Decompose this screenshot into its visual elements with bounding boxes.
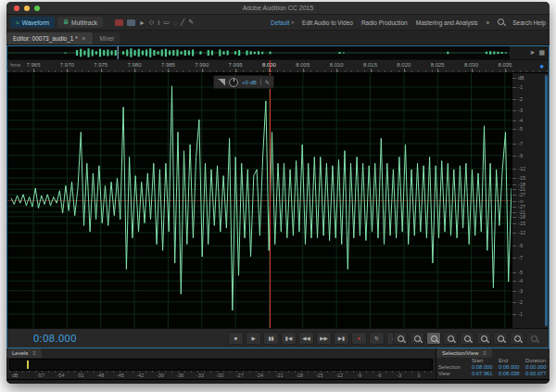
magnifier-icon: [431, 335, 437, 342]
amplitude-scale[interactable]: dB-1-1-2-2-3-3-4-4-5-5-7-7-9-9-12-12-15-…: [512, 73, 544, 328]
overview-waveform[interactable]: [7, 46, 510, 59]
workspace-overflow-button[interactable]: »: [486, 19, 490, 26]
mixer-tab[interactable]: Mixer: [94, 32, 121, 44]
zoom-in-amplitude-button[interactable]: [393, 332, 408, 345]
ruler-tick-7.975: 7.975: [87, 62, 115, 68]
editor-tab-label: Editor: 00073_audio_1 *: [13, 35, 78, 42]
db-label-top--15: -15: [518, 175, 525, 181]
meter-scale-label--12: -12: [335, 373, 343, 378]
waveform-view-label: Waveform: [22, 19, 49, 26]
lasso-selection-tool-button[interactable]: ◌: [173, 19, 177, 26]
rewind-button[interactable]: ◀◀: [298, 332, 314, 345]
db-tick-mark: [512, 99, 516, 100]
meter-scale-label--3: -3: [397, 373, 401, 378]
skip-to-end-button[interactable]: ▶▮: [334, 332, 349, 345]
workspace-item-radio-production[interactable]: Radio Production: [361, 19, 408, 26]
meter-scale-label--48: -48: [96, 373, 104, 378]
db-tick-mark: [512, 272, 516, 273]
view-end-value[interactable]: 0:08.038: [499, 371, 525, 377]
chevron-down-icon: ▾: [292, 19, 295, 25]
navigate-pointer-icon[interactable]: ➤: [530, 49, 536, 57]
search-icon[interactable]: [498, 19, 504, 26]
grid-settings-icon[interactable]: ▦: [538, 49, 545, 57]
fast-forward-button[interactable]: ▶▶: [316, 332, 332, 345]
meter-scale-label--30: -30: [216, 373, 223, 378]
level-meter-scale: dB-57-54-51-48-45-42-39-36-33-30-27-24-2…: [9, 371, 433, 379]
ruler-playhead-line[interactable]: [270, 60, 271, 72]
spectral-pitch-display-button[interactable]: [127, 19, 135, 26]
play-button[interactable]: ▶: [246, 332, 261, 345]
zoom-out-time-button[interactable]: [443, 332, 458, 345]
total-duration-info: 0:36.534: [474, 383, 496, 385]
db-tick-mark: [512, 314, 516, 315]
stop-button[interactable]: ■: [228, 332, 244, 345]
levels-menu-icon[interactable]: ≡: [32, 350, 36, 356]
time-selection-tool-button[interactable]: I: [158, 19, 159, 26]
record-button[interactable]: ●: [351, 332, 367, 345]
ruler-tick-8.025: 8.025: [423, 62, 451, 68]
editor-tab[interactable]: Editor: 00073_audio_1 * ≡: [6, 32, 93, 44]
ruler-tick-mark: [505, 69, 506, 72]
view-start-value[interactable]: 0:07.961: [472, 371, 499, 377]
selection-view-tab[interactable]: Selection/View ≡: [436, 348, 492, 358]
magnifier-icon: [464, 335, 471, 342]
marquee-selection-tool-button[interactable]: ▭: [163, 19, 170, 26]
volume-knob-icon[interactable]: [229, 78, 238, 87]
zoom-in-at-in-point-button[interactable]: [476, 332, 491, 345]
zoom-full-button[interactable]: [460, 332, 474, 345]
db-tick-mark: [512, 156, 516, 157]
ruler-tick-mark: [202, 69, 203, 72]
db-label-top--2: -2: [518, 96, 523, 102]
hud-edit-icon[interactable]: ✎: [260, 79, 270, 85]
hud-panel[interactable]: +0 dB ✎: [213, 75, 274, 89]
playhead-handle-icon[interactable]: ●: [539, 62, 544, 70]
selection-duration-value[interactable]: 0:00.000: [525, 364, 550, 371]
waveform-view-button[interactable]: ≈ Waveform: [10, 17, 55, 28]
overview-navigator[interactable]: ➤ ▦: [7, 46, 549, 59]
razor-tool-button[interactable]: ◇: [149, 19, 154, 26]
playhead-line[interactable]: [270, 73, 271, 328]
zoom-to-selection-button[interactable]: [510, 332, 524, 345]
timeline-ruler[interactable]: hms ● 7.9657.9707.9757.9807.9857.9907.99…: [7, 59, 549, 73]
vertical-scrollbar[interactable]: [544, 73, 549, 328]
skip-to-start-button[interactable]: ▮◀: [281, 332, 297, 345]
selection-view-menu-icon[interactable]: ≡: [483, 350, 486, 356]
zoom-in-at-out-point-button[interactable]: [493, 332, 508, 345]
zoom-out-amplitude-button[interactable]: [410, 332, 424, 345]
selection-end-value[interactable]: 0:08.000: [499, 364, 525, 371]
workspace-default-menu[interactable]: Default: [271, 19, 290, 26]
view-duration-value[interactable]: 0:00.077: [525, 371, 550, 377]
spot-healing-brush-tool-button[interactable]: ✎: [188, 19, 194, 26]
meter-scale-label--33: -33: [196, 373, 204, 378]
waveform-canvas[interactable]: +0 dB ✎: [7, 73, 512, 328]
zoom-reset-button[interactable]: [526, 332, 541, 345]
pause-button[interactable]: ▮▮: [263, 332, 279, 345]
zoom-in-time-button[interactable]: [426, 332, 441, 345]
multitrack-view-button[interactable]: ≣ Multitrack: [57, 17, 103, 28]
meter-scale-label--24: -24: [256, 373, 263, 378]
scrollbar-thumb[interactable]: [545, 75, 548, 326]
multitrack-icon: ≣: [63, 19, 69, 26]
workspace-item-edit-audio-to-video[interactable]: Edit Audio to Video: [302, 19, 353, 26]
spectral-frequency-display-button[interactable]: [115, 19, 123, 26]
db-label-top--3: -3: [518, 107, 523, 113]
magnifier-icon: [448, 335, 454, 342]
db-tick-mark: [512, 178, 516, 179]
search-help-label[interactable]: Search Help: [512, 19, 546, 26]
file-format-info: 48000 Hz • 32-bit (float) • Mono: [350, 383, 428, 385]
selection-start-value[interactable]: 0:08.000: [472, 364, 499, 371]
db-label-top--1: -1: [518, 84, 523, 90]
waveform-display: +0 dB ✎ dB-1-1-2-2-3-3-4-4-5-5-7-7-9-9-1…: [7, 73, 549, 328]
db-tick-mark: [512, 169, 516, 170]
volume-fader-icon[interactable]: [218, 79, 225, 85]
paintbrush-selection-tool-button[interactable]: ╱: [181, 19, 184, 26]
panel-menu-icon[interactable]: ≡: [82, 35, 86, 42]
db-label-bottom--7: -7: [518, 255, 523, 260]
hud-gain-value[interactable]: +0 dB: [242, 80, 257, 85]
levels-tab[interactable]: Levels ≡: [6, 348, 42, 358]
workspace-item-mastering-analysis[interactable]: Mastering and Analysis: [416, 19, 478, 26]
meter-scale-label--45: -45: [117, 373, 124, 378]
playhead-time-display[interactable]: 0:08.000: [33, 333, 77, 344]
move-tool-button[interactable]: ►: [139, 19, 145, 26]
loop-playback-button[interactable]: ↻: [369, 332, 385, 345]
